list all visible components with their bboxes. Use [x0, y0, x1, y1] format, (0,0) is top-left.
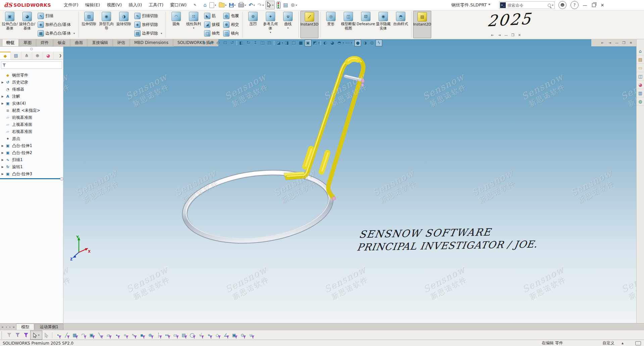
panel-tab-displaymanager[interactable]: ◕: [43, 52, 54, 59]
clear-all-filters-button[interactable]: [13, 331, 22, 339]
taskpane-view-palette-icon[interactable]: ◫: [637, 72, 644, 81]
normal-to-icon[interactable]: ↕: [252, 40, 259, 46]
restore-document-icon[interactable]: ❐: [511, 33, 515, 37]
ambient-occlusion-icon[interactable]: ◑: [361, 40, 368, 46]
help-icon[interactable]: ?: [571, 1, 579, 9]
toggle-selection-filters-button[interactable]: [5, 331, 13, 339]
tree-item-凸台-拉伸2[interactable]: ▶▣凸台-拉伸2: [0, 149, 63, 156]
section-view-icon[interactable]: ◧: [238, 40, 245, 46]
tree-item-传感器[interactable]: ◔传感器: [0, 86, 63, 93]
pin-icon[interactable]: ✒: [192, 2, 198, 8]
dropdown-caret-icon[interactable]: ▾: [282, 42, 283, 44]
filter-notes-button[interactable]: ▤: [180, 331, 188, 339]
menu-item-4[interactable]: 工具(T): [145, 0, 167, 10]
dropdown-caret-icon[interactable]: ▾: [296, 4, 297, 7]
ribbon-button-instant2d[interactable]: ▤Instant2D: [413, 11, 431, 38]
ribbon-button-revolve-cut[interactable]: ◑旋转切除: [115, 11, 133, 38]
ribbon-button-linear-pattern[interactable]: ∷线性阵列▾: [185, 11, 202, 38]
dropdown-caret-icon[interactable]: ▾: [161, 32, 162, 35]
ribbon-button-instant3d[interactable]: ⟋Instant3D: [300, 11, 318, 38]
rotate-view-icon[interactable]: ↻: [245, 40, 252, 46]
ribbon-button-reference-geometry[interactable]: ⌖参考几何体▾: [262, 11, 279, 38]
filter-axes-button[interactable]: ╲: [96, 331, 104, 339]
filter-datums-button[interactable]: ◇: [213, 331, 221, 339]
tab-曲面[interactable]: 曲面: [70, 39, 87, 46]
ribbon-button-wrap[interactable]: ◍包覆: [222, 12, 240, 20]
print-button[interactable]: ▾: [237, 1, 247, 9]
tree-item-历史记录[interactable]: ▶↺历史记录: [0, 79, 63, 86]
dropdown-caret-icon[interactable]: ▾: [318, 42, 320, 44]
ribbon-button-model-break-view[interactable]: ◫模型断裂视图: [340, 11, 357, 38]
ribbon-button-intersect[interactable]: ⊗相交: [222, 20, 240, 29]
dropdown-caret-icon[interactable]: ▾: [215, 4, 216, 7]
ribbon-button-sweep[interactable]: ∿扫描: [37, 12, 76, 20]
ribbon-button-extrude-cut[interactable]: ▨拉伸切除: [80, 11, 98, 38]
menu-item-0[interactable]: 文件(F): [60, 0, 82, 10]
filter-sketch-points-button[interactable]: ∙: [112, 331, 121, 339]
expand-arrow-icon[interactable]: ▶: [0, 144, 5, 147]
taskpane-custom-properties-icon[interactable]: ▥: [637, 89, 644, 97]
options-list-button[interactable]: ▤: [282, 1, 289, 9]
tree-item-原点[interactable]: ⌖原点: [0, 135, 63, 142]
ribbon-button-rib[interactable]: ◣筋: [203, 12, 221, 20]
ribbon-button-loft-boss[interactable]: ◈放样凸台/基体: [37, 20, 76, 29]
expand-arrow-icon[interactable]: ▶: [0, 151, 5, 154]
filter-dimensions-button[interactable]: ↔: [163, 331, 171, 339]
expand-arrow-icon[interactable]: ▶: [0, 158, 5, 161]
ribbon-button-boundary-boss[interactable]: ▩边界凸台/基体▾: [37, 29, 76, 37]
ribbon-button-sweep-cut[interactable]: ∿扫描切除: [133, 12, 163, 20]
tree-item-扫描1[interactable]: ▶∿扫描1: [0, 156, 63, 163]
dropdown-caret-icon[interactable]: ▾: [253, 4, 255, 7]
dropdown-caret-icon[interactable]: ▾: [262, 4, 264, 7]
dropdown-caret-icon[interactable]: ▾: [193, 27, 194, 30]
minimize-button[interactable]: —: [581, 0, 589, 10]
graphics-viewport[interactable]: Y X Z SENSNOW SOFTWARE PRINCIPAL INVESTI…: [63, 39, 636, 323]
dock-previous-icon[interactable]: ⇤: [491, 33, 495, 37]
expand-arrow-icon[interactable]: ▶: [0, 81, 5, 84]
tree-item-上视基准面[interactable]: ▱上视基准面: [0, 121, 63, 128]
wireframe-icon[interactable]: □: [291, 40, 297, 46]
taskpane-file-explorer-icon[interactable]: ▭: [637, 64, 644, 72]
apply-scene-icon[interactable]: ◓: [336, 40, 343, 46]
view-settings-icon[interactable]: ▭: [344, 40, 351, 46]
ribbon-button-defeature[interactable]: ⊡Defeature: [357, 11, 375, 38]
open-file-button[interactable]: ▾: [218, 1, 228, 9]
ribbon-button-curves[interactable]: ∪曲线▾: [279, 11, 297, 38]
dropdown-caret-icon[interactable]: ▾: [270, 31, 271, 34]
menu-item-3[interactable]: 插入(I): [125, 0, 145, 10]
ribbon-button-deform[interactable]: ◎变形: [322, 11, 340, 38]
filter-center-marks-button[interactable]: ⊕: [146, 331, 154, 339]
tree-item-实体(4)[interactable]: ▶▣实体(4): [0, 100, 63, 107]
wire-part-model[interactable]: [63, 39, 636, 323]
close-button[interactable]: ✕: [598, 0, 607, 10]
tab-直接编辑[interactable]: 直接编辑: [88, 39, 112, 46]
ribbon-button-draft[interactable]: ◢拔模: [203, 20, 221, 29]
dock-previous-icon[interactable]: ⇤: [601, 41, 605, 45]
ribbon-button-extrude-boss[interactable]: ▣拉伸凸台/基体: [1, 11, 18, 38]
filter-annotations-button[interactable]: ▭: [171, 331, 180, 339]
panel-tab-featuremanager-design-tree[interactable]: ◆: [0, 52, 11, 59]
select-arrow-button[interactable]: ▾: [30, 331, 42, 340]
filter-centerline-button[interactable]: ┆: [154, 331, 163, 339]
customize-caret-icon[interactable]: ▲: [622, 342, 624, 345]
filter-weld-symbols-button[interactable]: ∠: [221, 331, 230, 339]
undo-button[interactable]: ↶▾: [248, 1, 256, 9]
dropdown-caret-icon[interactable]: ▾: [225, 4, 227, 7]
zoom-in-out-icon[interactable]: ⊖: [215, 40, 221, 46]
search-icon[interactable]: [548, 4, 551, 7]
status-customize[interactable]: 自定义: [602, 340, 614, 346]
shaded-with-edges-icon[interactable]: ▣: [305, 40, 311, 46]
cartoon-icon[interactable]: ◍: [368, 40, 375, 46]
realview-graphics-icon[interactable]: ●: [354, 40, 361, 46]
tab-特征[interactable]: 特征: [2, 39, 19, 46]
tab-钣金[interactable]: 钣金: [53, 39, 70, 46]
dropdown-caret-icon[interactable]: ▾: [343, 42, 344, 44]
panel-expand-icon[interactable]: ❯: [58, 52, 63, 59]
filter-surface-finish-symbols-button[interactable]: √: [196, 331, 205, 339]
expand-arrow-icon[interactable]: ▶: [0, 102, 5, 105]
dropdown-caret-icon[interactable]: ▾: [234, 4, 236, 7]
ribbon-button-freeform[interactable]: ◓自由样式: [392, 11, 409, 38]
zoom-to-area-icon[interactable]: ⊡: [222, 40, 229, 46]
new-file-button[interactable]: ▾: [208, 1, 217, 9]
close-document-icon[interactable]: ✕: [629, 41, 633, 45]
